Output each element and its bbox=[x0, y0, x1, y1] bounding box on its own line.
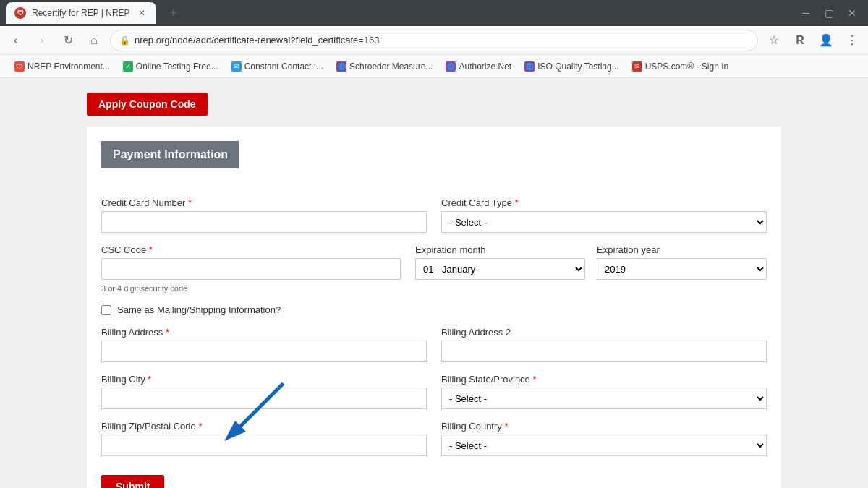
page-content: Apply Coupon Code Payment Information Cr… bbox=[0, 78, 868, 488]
billing-country-label: Billing Country * bbox=[441, 421, 767, 432]
billing-country-group: Billing Country * - Select - bbox=[441, 421, 767, 456]
apply-coupon-button[interactable]: Apply Coupon Code bbox=[87, 93, 208, 116]
arrow-annotation bbox=[210, 377, 297, 452]
expiry-month-group: Expiration month 01 - January bbox=[415, 244, 585, 280]
forward-button[interactable]: › bbox=[32, 30, 52, 51]
cc-number-label: Credit Card Number * bbox=[101, 197, 427, 208]
billing-address2-input[interactable] bbox=[441, 341, 767, 362]
cc-number-group: Credit Card Number * bbox=[101, 197, 427, 233]
bookmark-iso[interactable]: 🌐 ISO Quality Testing... bbox=[519, 60, 625, 73]
csc-group: CSC Code * 3 or 4 digit security code bbox=[101, 244, 401, 293]
bookmarks-bar: 🛡 NREP Environment... ✓ Online Testing F… bbox=[0, 55, 868, 78]
reload-button[interactable]: ↻ bbox=[58, 30, 78, 51]
bookmark-favicon-authnet: 🌐 bbox=[446, 61, 456, 72]
expiry-year-label: Expiration year bbox=[597, 244, 767, 255]
submit-area: Submit bbox=[101, 468, 767, 488]
billing-address2-label: Billing Address 2 bbox=[441, 327, 767, 338]
tab-close-button[interactable]: ✕ bbox=[136, 7, 148, 19]
menu-button[interactable]: ⋮ bbox=[842, 30, 862, 51]
required-star-city: * bbox=[148, 374, 151, 385]
bookmark-schroeder[interactable]: 🌐 Schroeder Measure... bbox=[331, 60, 438, 73]
bookmark-favicon-iso: 🌐 bbox=[524, 61, 535, 72]
bookmark-label-usps: USPS.com® - Sign In bbox=[645, 61, 729, 72]
billing-city-state-row: Billing City * Billing State/Province * … bbox=[101, 374, 767, 409]
cc-type-select[interactable]: - Select - bbox=[441, 211, 767, 233]
csc-expiry-row: CSC Code * 3 or 4 digit security code Ex… bbox=[101, 244, 767, 293]
maximize-button[interactable]: ▢ bbox=[819, 3, 839, 23]
billing-country-select[interactable]: - Select - bbox=[441, 435, 767, 456]
required-star-zip: * bbox=[198, 421, 202, 432]
billing-state-label: Billing State/Province * bbox=[441, 374, 767, 385]
bookmark-favicon-testing: ✓ bbox=[123, 61, 133, 72]
billing-address2-group: Billing Address 2 bbox=[441, 327, 767, 362]
same-as-mailing-label: Same as Mailing/Shipping Information? bbox=[117, 304, 281, 315]
profile-button[interactable]: 👤 bbox=[816, 30, 836, 51]
close-button[interactable]: ✕ bbox=[842, 3, 862, 23]
bookmark-star-button[interactable]: ☆ bbox=[764, 30, 784, 51]
expiry-year-select[interactable]: 2019 bbox=[597, 258, 767, 280]
cc-number-input[interactable] bbox=[101, 211, 427, 233]
new-tab-button[interactable]: + bbox=[163, 3, 184, 23]
billing-state-group: Billing State/Province * - Select - bbox=[441, 374, 767, 409]
payment-section-header: Payment Information bbox=[101, 141, 239, 168]
bookmark-authnet[interactable]: 🌐 Authorize.Net bbox=[440, 60, 517, 73]
bookmark-label-testing: Online Testing Free... bbox=[136, 61, 218, 72]
tab-title: Recertify for REP | NREP bbox=[32, 8, 130, 18]
url-text: nrep.org/node/add/certificate-renewal?fi… bbox=[135, 35, 380, 46]
required-star-country: * bbox=[504, 421, 508, 432]
bookmark-testing[interactable]: ✓ Online Testing Free... bbox=[117, 60, 224, 73]
cc-type-label: Credit Card Type * bbox=[441, 197, 767, 208]
bookmark-label-schroeder: Schroeder Measure... bbox=[349, 61, 433, 72]
bookmark-favicon-usps: ✉ bbox=[632, 61, 642, 72]
minimize-button[interactable]: ─ bbox=[796, 3, 816, 23]
bookmark-usps[interactable]: ✉ USPS.com® - Sign In bbox=[626, 60, 735, 73]
submit-button[interactable]: Submit bbox=[101, 475, 164, 488]
ssl-icon: 🔒 bbox=[119, 35, 130, 46]
csc-input[interactable] bbox=[101, 258, 401, 280]
expiry-year-group: Expiration year 2019 bbox=[597, 244, 767, 280]
billing-zip-country-row: Billing Zip/Postal Code * Billing Countr… bbox=[101, 421, 767, 456]
r-icon: R bbox=[790, 30, 810, 51]
bookmark-favicon-schroeder: 🌐 bbox=[336, 61, 346, 72]
bookmark-label-contact: Constant Contact :... bbox=[244, 61, 323, 72]
browser-tab[interactable]: 🛡 Recertify for REP | NREP ✕ bbox=[6, 2, 156, 24]
cc-number-type-row: Credit Card Number * Credit Card Type * … bbox=[101, 197, 767, 233]
billing-address-row: Billing Address * Billing Address 2 bbox=[101, 327, 767, 362]
same-as-mailing-checkbox[interactable] bbox=[101, 305, 111, 315]
coupon-section: Apply Coupon Code bbox=[87, 85, 781, 127]
csc-label: CSC Code * bbox=[101, 244, 401, 255]
required-star-csc: * bbox=[149, 244, 153, 255]
required-star-type: * bbox=[515, 197, 519, 208]
csc-hint: 3 or 4 digit security code bbox=[101, 284, 401, 293]
billing-state-select[interactable]: - Select - bbox=[441, 388, 767, 409]
expiry-month-select[interactable]: 01 - January bbox=[415, 258, 585, 280]
billing-address-group: Billing Address * bbox=[101, 327, 427, 362]
address-bar[interactable]: 🔒 nrep.org/node/add/certificate-renewal?… bbox=[110, 30, 758, 51]
bookmark-contact[interactable]: ✉ Constant Contact :... bbox=[226, 60, 329, 73]
expiry-month-label: Expiration month bbox=[415, 244, 585, 255]
back-button[interactable]: ‹ bbox=[6, 30, 26, 51]
tab-favicon: 🛡 bbox=[14, 7, 26, 19]
bookmark-favicon-nrep: 🛡 bbox=[14, 61, 25, 72]
billing-address-label: Billing Address * bbox=[101, 327, 427, 338]
bookmark-favicon-contact: ✉ bbox=[231, 61, 242, 72]
bookmark-label-authnet: Authorize.Net bbox=[459, 61, 511, 72]
home-button[interactable]: ⌂ bbox=[84, 30, 104, 51]
bookmark-nrep[interactable]: 🛡 NREP Environment... bbox=[9, 60, 116, 73]
required-star-addr: * bbox=[166, 327, 169, 338]
same-as-mailing-row: Same as Mailing/Shipping Information? bbox=[101, 304, 767, 315]
cc-type-group: Credit Card Type * - Select - bbox=[441, 197, 767, 233]
required-star: * bbox=[188, 197, 192, 208]
required-star-state: * bbox=[532, 374, 536, 385]
bookmark-label-nrep: NREP Environment... bbox=[27, 61, 110, 72]
bookmark-label-iso: ISO Quality Testing... bbox=[537, 61, 619, 72]
billing-address-input[interactable] bbox=[101, 341, 427, 362]
